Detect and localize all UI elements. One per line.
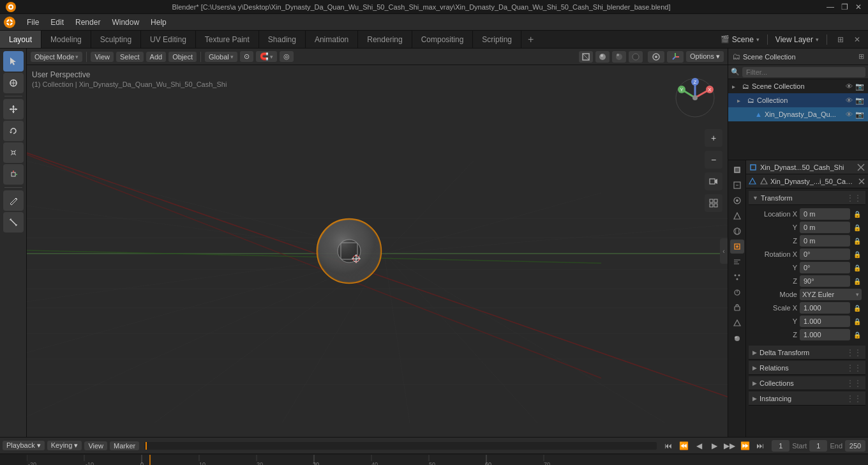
tool-cursor[interactable] [3, 73, 24, 93]
transform-orientation-selector[interactable]: Global ▾ [205, 52, 237, 62]
minimize-button[interactable]: — [826, 3, 835, 11]
menu-file[interactable]: File [22, 17, 44, 28]
transport-next-frame[interactable]: ▶▶ [723, 440, 736, 452]
tab-modeling[interactable]: Modeling [41, 31, 91, 48]
menu-edit[interactable]: Edit [45, 17, 69, 28]
transport-play[interactable]: ▶ [708, 440, 721, 452]
tool-measure[interactable] [3, 212, 24, 232]
timeline-ruler[interactable]: -20 -10 0 10 20 30 40 50 60 70 [27, 455, 868, 465]
collection-eye[interactable]: 👁 [846, 96, 853, 104]
outliner-item[interactable]: ▸ 🗂 Scene Collection 👁 📷 [728, 79, 868, 93]
marker-menu[interactable]: Marker [110, 441, 139, 450]
prop-icon-modifiers[interactable] [730, 255, 744, 269]
prop-icon-view-layer[interactable] [730, 194, 744, 208]
transport-jump-end[interactable]: ⏭ [754, 440, 767, 452]
camera-view-button[interactable] [705, 172, 722, 190]
instancing-header[interactable]: ▶ Instancing ⋮⋮ [749, 392, 865, 406]
location-x-lock[interactable]: 🔒 [853, 210, 862, 218]
zoom-in-button[interactable]: + [705, 129, 722, 147]
outliner-filter-btn[interactable]: ⊞ [858, 52, 864, 61]
end-frame-field[interactable]: 250 [845, 440, 865, 452]
scale-x-field[interactable]: 1.000 [800, 302, 850, 314]
object-mode-selector[interactable]: Object Mode ▾ [31, 52, 82, 62]
relations-header[interactable]: ▶ Relations ⋮⋮ [749, 361, 865, 375]
transform-section-header[interactable]: ▼ Transform ⋮⋮ [749, 191, 865, 205]
rotation-mode-select[interactable]: XYZ Euler ▾ [800, 289, 862, 300]
scale-y-field[interactable]: 1.000 [800, 316, 850, 327]
viewport-object-menu[interactable]: Object [168, 52, 197, 62]
transport-jump-start[interactable]: ⏮ [662, 440, 675, 452]
tab-animation[interactable]: Animation [306, 31, 358, 48]
scene-collection-render[interactable]: 📷 [855, 82, 864, 91]
transport-back-key[interactable]: ⏪ [677, 440, 690, 452]
location-x-field[interactable]: 0 m [800, 208, 850, 220]
start-frame-field[interactable]: 1 [809, 440, 827, 452]
rotation-z-field[interactable]: 90° [800, 275, 850, 287]
prop-icon-object[interactable] [730, 240, 744, 254]
delta-transform-header[interactable]: ▶ Delta Transform ⋮⋮ [749, 346, 865, 360]
outliner-item-collection[interactable]: ▸ 🗂 Collection 👁 📷 [728, 93, 868, 107]
viewport-add-menu[interactable]: Add [146, 52, 167, 62]
prop-icon-material[interactable] [730, 332, 744, 346]
viewport[interactable]: Object Mode ▾ View Select Add Object Glo… [27, 49, 728, 437]
tab-add[interactable]: + [521, 31, 540, 48]
outliner-item-object[interactable]: ▲ Xin_Dynasty_Da_Qu... 👁 📷 [728, 107, 868, 121]
menu-render[interactable]: Render [70, 17, 105, 28]
scale-y-lock[interactable]: 🔒 [853, 317, 862, 326]
collections-header[interactable]: ▶ Collections ⋮⋮ [749, 376, 865, 390]
current-frame-field[interactable]: 1 [772, 440, 789, 452]
rotation-x-lock[interactable]: 🔒 [853, 250, 862, 259]
viewport-canvas[interactable]: User Perspective (1) Collection | Xin_Dy… [27, 65, 728, 437]
prop-icon-world[interactable] [730, 224, 744, 238]
tab-compositing[interactable]: Compositing [412, 31, 474, 48]
prop-icon-output[interactable] [730, 178, 744, 192]
scene-selector[interactable]: 🎬 Scene ▾ [721, 35, 760, 44]
viewport-select-menu[interactable]: Select [116, 52, 144, 62]
menu-help[interactable]: Help [146, 17, 172, 28]
outliner-icon-btn[interactable]: 🗂 [732, 52, 740, 61]
tab-uv-editing[interactable]: UV Editing [141, 31, 196, 48]
tab-sculpting[interactable]: Sculpting [91, 31, 141, 48]
tool-transform[interactable] [3, 164, 24, 185]
viewport-overlay-btn[interactable] [648, 51, 664, 63]
object-eye[interactable]: 👁 [846, 111, 853, 118]
frame-all-button[interactable] [705, 194, 722, 212]
prop-icon-particles[interactable] [730, 270, 744, 284]
transport-prev-frame[interactable]: ◀ [692, 440, 705, 452]
rotation-x-field[interactable]: 0° [800, 248, 850, 260]
prop-icon-scene[interactable] [730, 209, 744, 223]
location-z-lock[interactable]: 🔒 [853, 236, 862, 245]
rotation-y-field[interactable]: 0° [800, 262, 850, 273]
menu-window[interactable]: Window [107, 17, 144, 28]
location-z-field[interactable]: 0 m [800, 235, 850, 247]
viewport-shading-material[interactable] [612, 51, 626, 63]
scene-collection-eye[interactable]: 👁 [846, 82, 853, 90]
prop-icon-constraints[interactable] [730, 301, 744, 315]
prop-icon-object-data[interactable] [730, 316, 744, 330]
close-workspace-btn[interactable]: ✕ [851, 35, 863, 44]
tab-texture-paint[interactable]: Texture Paint [196, 31, 259, 48]
scale-z-lock[interactable]: 🔒 [853, 330, 862, 339]
outliner-search-input[interactable] [742, 67, 865, 77]
rotation-y-lock[interactable]: 🔒 [853, 263, 862, 272]
tab-shading[interactable]: Shading [259, 31, 306, 48]
view-menu[interactable]: View [84, 441, 107, 450]
keying-menu[interactable]: Keying ▾ [47, 441, 82, 450]
tab-scripting[interactable]: Scripting [473, 31, 521, 48]
scale-x-lock[interactable]: 🔒 [853, 303, 862, 312]
snap-toggle[interactable]: 🧲 ▾ [256, 51, 277, 62]
panel-collapse-btn[interactable]: ‹ [720, 238, 728, 264]
prop-icon-physics[interactable] [730, 286, 744, 300]
viewport-shading-rendered[interactable] [629, 51, 643, 63]
view-layer-selector[interactable]: View Layer ▾ [775, 35, 819, 44]
playback-menu[interactable]: Playback ▾ [3, 441, 45, 450]
tool-annotate[interactable] [3, 190, 24, 211]
timeline-bar[interactable] [144, 442, 657, 450]
collection-render[interactable]: 📷 [855, 96, 864, 105]
viewport-view-menu[interactable]: View [91, 52, 114, 62]
tab-layout[interactable]: Layout [0, 31, 41, 48]
prop-icon-render[interactable] [730, 163, 744, 177]
tool-scale[interactable] [3, 142, 24, 163]
viewport-gizmo[interactable]: Z X Y [673, 75, 717, 120]
scale-z-field[interactable]: 1.000 [800, 329, 850, 340]
